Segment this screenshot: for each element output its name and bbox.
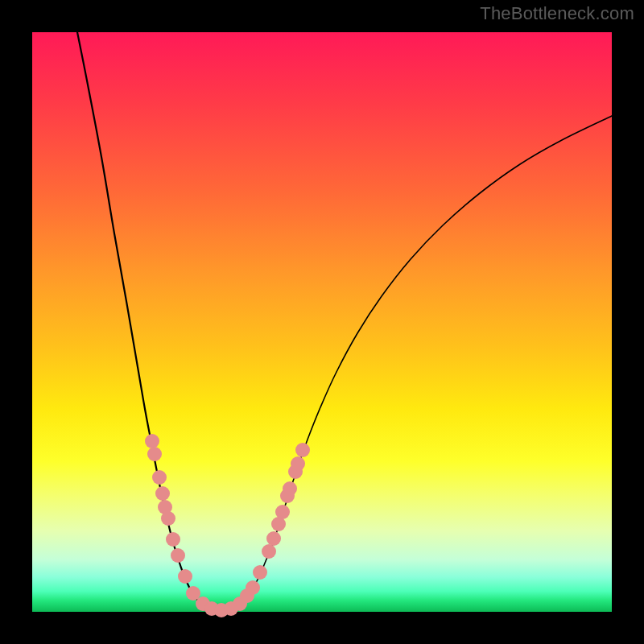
scatter-dot xyxy=(161,511,175,526)
scatter-dot xyxy=(295,443,310,457)
scatter-dot xyxy=(262,544,276,559)
scatter-dot xyxy=(171,548,185,563)
scatter-dot xyxy=(147,447,162,461)
chart-svg xyxy=(32,32,612,612)
scatter-dot xyxy=(283,481,297,496)
scatter-dot xyxy=(145,434,159,448)
scatter-dot xyxy=(178,569,192,584)
scatter-dot xyxy=(152,470,167,485)
left-branch-curve xyxy=(72,8,221,612)
scatter-dot xyxy=(155,486,170,501)
scatter-dot xyxy=(253,565,267,580)
scatter-dot xyxy=(266,531,281,546)
scatter-dot xyxy=(291,456,305,471)
scatter-dot xyxy=(275,505,290,519)
scatter-dot xyxy=(166,532,180,547)
watermark-text: TheBottleneck.com xyxy=(480,3,634,24)
chart-plot-area xyxy=(32,32,612,612)
scatter-dot xyxy=(246,580,260,595)
